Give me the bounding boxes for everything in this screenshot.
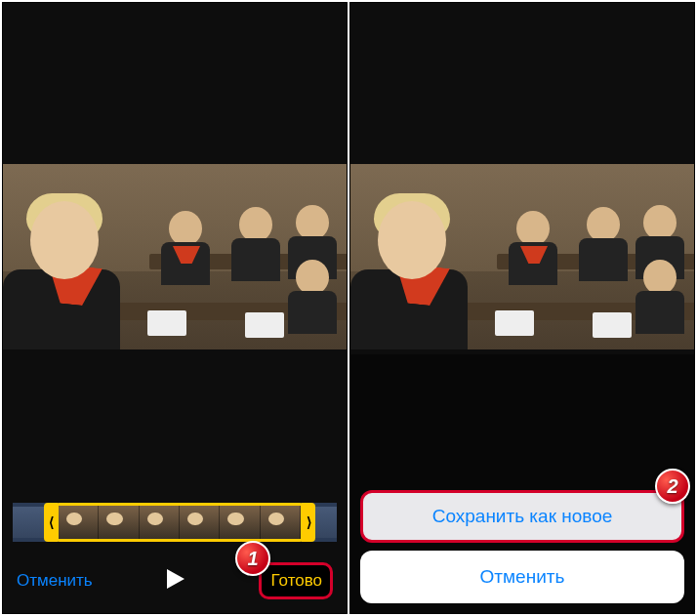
cancel-sheet-button[interactable]: Отменить <box>360 551 684 603</box>
video-preview <box>350 164 694 349</box>
trim-handle-left[interactable]: ⟨ <box>44 503 58 542</box>
action-sheet: Сохранить как новое Отменить <box>360 482 684 603</box>
video-preview <box>3 164 347 349</box>
svg-marker-0 <box>167 569 184 589</box>
cancel-button[interactable]: Отменить <box>17 571 93 591</box>
step-badge-1: 1 <box>235 541 270 576</box>
save-as-new-button[interactable]: Сохранить как новое <box>360 490 684 543</box>
editor-bottom-bar: Отменить Готово <box>3 558 347 603</box>
trim-handle-right[interactable]: ⟩ <box>302 503 315 542</box>
step-badge-2: 2 <box>655 469 690 504</box>
trim-selection[interactable] <box>56 503 304 542</box>
play-icon[interactable] <box>167 569 184 593</box>
screen-video-trim: ⟨ ⟩ Отменить Готово 1 <box>2 2 348 614</box>
done-button[interactable]: Готово <box>259 562 334 599</box>
screen-save-sheet: Сохранить как новое Отменить 2 <box>349 2 695 614</box>
trim-timeline[interactable]: ⟨ ⟩ <box>13 501 337 544</box>
